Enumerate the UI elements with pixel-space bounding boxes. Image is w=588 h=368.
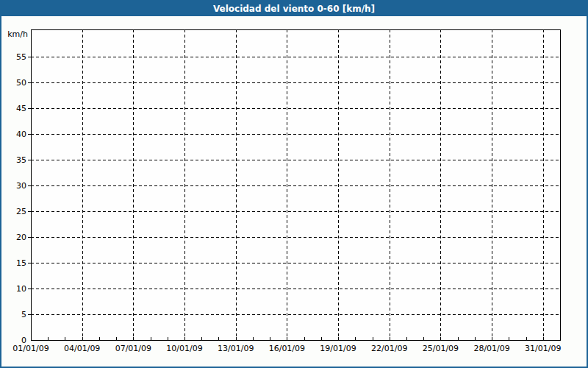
x-tick-label: 07/01/09 — [115, 344, 151, 353]
x-tick-label: 25/01/09 — [423, 344, 459, 353]
x-tick-label: 28/01/09 — [473, 344, 509, 353]
y-tick-label: 5 — [21, 310, 26, 319]
y-tick-label: 50 — [16, 78, 26, 88]
y-tick-label: 40 — [16, 130, 26, 139]
plot-area — [31, 29, 560, 340]
x-tick-label: 31/01/09 — [525, 344, 561, 353]
x-tick-label: 04/01/09 — [64, 344, 100, 353]
y-tick-label: 25 — [16, 207, 26, 216]
x-tick-label: 13/01/09 — [218, 344, 254, 353]
y-tick-label: 15 — [16, 258, 26, 268]
x-tick-label: 19/01/09 — [320, 344, 356, 353]
y-tick-label: 35 — [16, 155, 26, 165]
chart-panel: Velocidad del viento 0-60 [km/h] 0510152… — [0, 0, 588, 368]
x-tick-label: 16/01/09 — [269, 344, 305, 353]
y-tick-label: 45 — [16, 104, 26, 113]
y-tick-label: 10 — [16, 284, 26, 294]
y-tick-label: 30 — [16, 181, 26, 191]
y-tick-label: 55 — [16, 52, 26, 62]
chart-title-bar: Velocidad del viento 0-60 [km/h] — [1, 1, 587, 16]
wind-speed-chart: 0510152025303540455055km/h01/01/0904/01/… — [1, 16, 587, 367]
x-tick-label: 22/01/09 — [371, 344, 407, 353]
x-tick-label: 10/01/09 — [166, 344, 202, 353]
x-tick-label: 01/01/09 — [12, 344, 49, 353]
y-axis-unit-label: km/h — [7, 29, 28, 39]
y-tick-label: 20 — [16, 233, 26, 242]
chart-title: Velocidad del viento 0-60 [km/h] — [213, 4, 375, 14]
